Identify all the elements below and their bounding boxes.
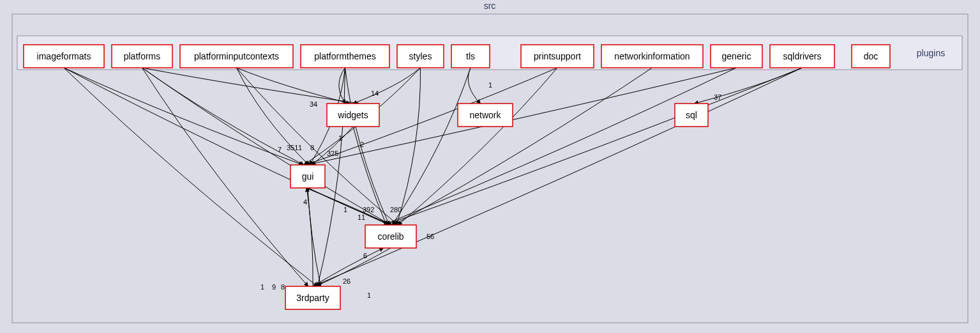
edge-generic-corelib: [384, 68, 737, 225]
edge-imageformats-corelib: [64, 68, 389, 225]
node-tls[interactable]: tls: [451, 45, 490, 68]
edge-label-platforms-gui: 351: [287, 144, 298, 151]
node-sqldrivers[interactable]: sqldrivers: [770, 45, 834, 68]
node-label-platforminputcontexts: platforminputcontexts: [194, 51, 279, 61]
node-platforms[interactable]: platforms: [112, 45, 172, 68]
node-label-tls: tls: [466, 51, 475, 61]
parent-dir-label[interactable]: src: [484, 1, 496, 11]
node-label-printsupport: printsupport: [534, 51, 581, 61]
edge-printsupport-corelib: [398, 68, 557, 225]
node-label-widgets: widgets: [337, 110, 368, 120]
edge-label-platformthemes-thirdparty: 8: [281, 283, 285, 291]
node-label-doc: doc: [864, 51, 878, 61]
edge-label-sqldrivers-sql: 37: [714, 93, 721, 101]
edge-label-corelib-gui: 1: [343, 206, 347, 213]
edge-label-imageformats-thirdparty: 1: [260, 283, 264, 291]
node-imageformats[interactable]: imageformats: [24, 45, 104, 68]
node-network[interactable]: network: [458, 104, 513, 127]
edge-thirdparty-gui: [306, 188, 313, 286]
edge-label-styles-corelib: 280: [390, 206, 402, 213]
node-label-sqldrivers: sqldrivers: [783, 51, 822, 61]
node-label-network: network: [469, 110, 501, 120]
edge-tls-network: [468, 68, 480, 104]
node-doc[interactable]: doc: [852, 45, 890, 68]
edge-gui-thirdparty: [308, 188, 320, 286]
node-sql[interactable]: sql: [675, 104, 708, 127]
edge-label-platforminputcontexts-gui: 8: [310, 144, 314, 151]
edge-sqldrivers-sql: [694, 68, 802, 104]
edge-label-platformthemes-widgets: 34: [310, 100, 317, 108]
node-label-platforms: platforms: [124, 51, 161, 61]
edge-corelib-thirdparty: [316, 248, 391, 286]
dependency-graph: src plugins imageformatsplatformsplatfor…: [0, 0, 980, 333]
node-widgets[interactable]: widgets: [327, 104, 379, 127]
node-label-corelib: corelib: [377, 231, 403, 242]
edge-sqldrivers-corelib: [385, 68, 803, 225]
node-platformthemes[interactable]: platformthemes: [301, 45, 389, 68]
edge-label-gui-corelib: 392: [363, 206, 374, 213]
node-styles[interactable]: styles: [397, 45, 444, 68]
edge-label-widgets-corelib: 2: [360, 141, 364, 148]
edge-label-gui-thirdparty: 4: [303, 198, 307, 206]
edge-tls-corelib: [392, 68, 471, 225]
edge-label-widgets-gui: 1: [338, 134, 342, 142]
node-label-styles: styles: [409, 51, 432, 61]
edge-label-styles-gui: 1: [298, 144, 302, 151]
node-corelib[interactable]: corelib: [365, 225, 416, 248]
edge-label-imageformats-gui: 7: [278, 146, 282, 153]
node-generic[interactable]: generic: [711, 45, 762, 68]
edge-label-platformthemes-gui: 325: [327, 150, 338, 157]
edge-imageformats-gui: [64, 68, 303, 165]
edge-label-thirdparty-corelib: 6: [363, 252, 367, 259]
node-label-imageformats: imageformats: [37, 51, 91, 61]
node-platforminputcontexts[interactable]: platforminputcontexts: [180, 45, 293, 68]
edge-label-sqldrivers-thirdparty: 1: [367, 291, 371, 299]
edge-sqldrivers-thirdparty: [313, 68, 803, 286]
node-label-gui: gui: [302, 171, 314, 182]
node-gui[interactable]: gui: [290, 165, 325, 188]
edge-label-styles-widgets: 14: [371, 89, 379, 97]
node-label-platformthemes: platformthemes: [314, 51, 375, 61]
node-label-generic: generic: [722, 51, 751, 61]
edge-label-corelib-thirdparty: 26: [343, 277, 351, 285]
node-thirdparty[interactable]: 3rdparty: [285, 286, 340, 309]
node-label-networkinformation: networkinformation: [614, 51, 690, 61]
edge-platforms-corelib: [142, 68, 391, 225]
node-label-sql: sql: [686, 110, 697, 120]
plugins-label[interactable]: plugins: [917, 48, 945, 58]
edge-label-thirdparty-gui: 11: [358, 213, 365, 221]
edge-styles-corelib: [396, 68, 420, 225]
edge-styles-widgets: [353, 68, 421, 104]
node-printsupport[interactable]: printsupport: [521, 45, 594, 68]
edge-label-sqldrivers-corelib: 56: [426, 233, 434, 240]
edge-label-platforms-thirdparty: 9: [272, 283, 276, 291]
edge-platforms-thirdparty: [142, 68, 308, 286]
node-label-thirdparty: 3rdparty: [296, 293, 329, 303]
node-networkinformation[interactable]: networkinformation: [601, 45, 703, 68]
edge-platformthemes-corelib: [345, 68, 389, 225]
edge-label-tls-network: 1: [488, 81, 492, 89]
edge-networkinformation-corelib: [394, 68, 652, 225]
